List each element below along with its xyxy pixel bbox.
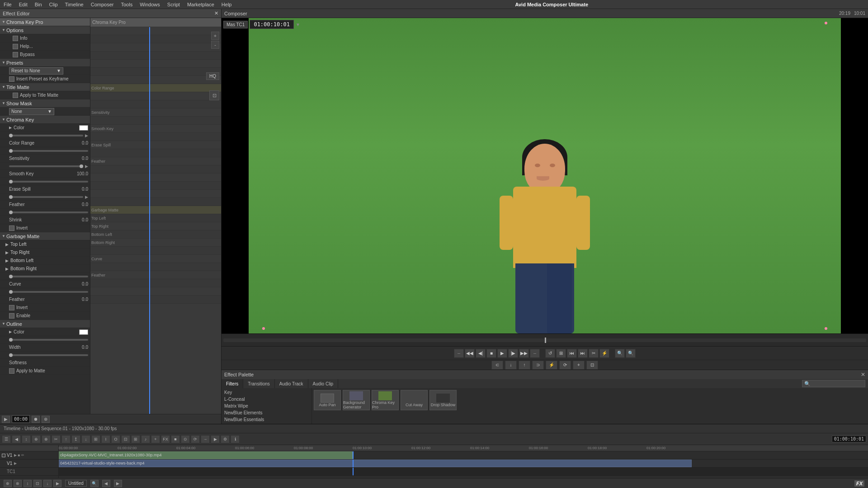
clip-v1-bg[interactable]: 045423217-virtual-studio-style-news-back… [59,460,692,467]
add-edit-btn[interactable]: + [573,361,585,370]
insert-preset-checkbox[interactable] [9,76,14,82]
tl-btn-transcode[interactable]: ⟳ [191,435,200,443]
tl-btn-settings[interactable]: ⚙ [221,435,230,443]
bottom-btn-5[interactable]: ↓ [43,480,52,487]
composer-timecode-dropdown[interactable]: ▼ [296,22,300,27]
effect-background-gen[interactable]: Background Generator [343,390,370,410]
tl-btn-overwrite[interactable]: ⊞ [91,435,100,443]
splice-in-btn[interactable]: ⊂ [491,361,503,370]
outline-section[interactable]: ▼ Outline [0,320,90,328]
tab-audio-clip[interactable]: Audio Clip [308,379,339,388]
tl-btn-source[interactable]: ⊙ [181,435,190,443]
menu-marketplace[interactable]: Marketplace [187,2,214,7]
tl-btn-extract[interactable]: ↥ [71,435,80,443]
fast-forward-btn[interactable]: ▶▶ [519,349,529,358]
composer-master-btn[interactable]: Mas TC1 [223,21,248,28]
mark-out-btn[interactable]: ⏤ [530,349,540,358]
help-checkbox[interactable] [13,44,18,49]
info-checkbox[interactable] [13,36,18,41]
untitled-btn[interactable]: Untitled [65,480,87,487]
tl-btn-mark[interactable]: I [101,435,110,443]
mark-in-btn[interactable]: ⏤ [454,349,464,358]
erase-spill-slider-track[interactable] [9,181,88,183]
show-mask-section[interactable]: ▼ Show Mask [0,99,90,108]
go-to-out-btn[interactable]: ⏭ [578,349,588,358]
play-btn[interactable]: ▶ [497,349,507,358]
zoom-out-btn[interactable]: - [211,41,219,49]
tl-btn-info[interactable]: ℹ [231,435,240,443]
chroma-key-section[interactable]: ▼ Chroma Key [0,116,90,124]
tl-btn-4[interactable]: ⊕ [32,435,41,443]
effect-editor-play-btn[interactable]: ▶ [2,416,10,423]
category-key[interactable]: Key [222,389,311,396]
bottom-btn-4[interactable]: ⊡ [33,480,42,487]
tl-btn-render[interactable]: ▶ [211,435,220,443]
trim-btn[interactable]: ✂ [589,349,599,358]
menu-tools[interactable]: Tools [121,2,132,7]
sync-btn[interactable]: ⚡ [599,349,609,358]
apply-to-title-matte-checkbox[interactable] [13,93,18,98]
zoom-in-transport-btn[interactable]: 🔍 [626,349,636,358]
bottom-next-btn[interactable]: ▶ [114,480,122,487]
composer-timecode-display[interactable]: 01:00:10:01 [250,20,293,29]
category-newblue-elements[interactable]: NewBlue Elements [222,409,311,416]
category-newblue-essentials[interactable]: NewBlue Essentials [222,416,311,423]
bottom-btn-6[interactable]: ▶ [53,480,61,487]
effect-cut-away[interactable]: Cut Away [401,390,428,410]
category-l-conceal[interactable]: L-Conceal [222,396,311,403]
color-range-slider-track[interactable] [9,135,83,136]
loop-btn[interactable]: ↺ [545,349,555,358]
fit-btn[interactable]: ⊡ [209,90,219,100]
effect-editor-close[interactable]: ✕ [214,10,218,16]
presets-section[interactable]: ▼ Presets [0,59,90,67]
hq-btn[interactable]: HQ [206,72,219,80]
menu-windows[interactable]: Windows [140,2,160,7]
invert-checkbox[interactable] [9,225,14,231]
outline-color-swatch[interactable] [79,329,88,335]
overwrite-btn[interactable]: ↓ [505,361,517,370]
menu-help[interactable]: Help [222,2,232,7]
menu-edit[interactable]: Edit [19,2,28,7]
garbage-matte-section[interactable]: ▼ Garbage Matte [0,232,90,240]
effect-palette-close[interactable]: ✕ [861,371,865,378]
bottom-left-row[interactable]: ▶ Bottom Left [0,257,90,265]
tab-transitions[interactable]: Transitions [243,379,275,388]
bottom-prev-btn[interactable]: ◀ [102,480,110,487]
enable-checkbox[interactable] [9,313,14,319]
replace-btn[interactable]: ⟳ [559,361,571,370]
smooth-key-slider-track[interactable] [9,165,83,167]
curve-slider-track[interactable] [9,276,88,277]
tab-filters[interactable]: Filters [222,379,243,388]
back-to-in-btn[interactable]: ⏮ [567,349,577,358]
extract-btn[interactable]: ⊃ [532,361,544,370]
effect-editor-record-btn[interactable]: ⏺ [32,416,40,423]
tl-btn-grid[interactable]: ⊞ [131,435,140,443]
tl-btn-2[interactable]: ◀ [12,435,21,443]
effect-drop-shadow[interactable]: Drop Shadow [429,390,457,410]
tl-btn-fx[interactable]: FX [161,435,170,443]
menu-file[interactable]: File [4,2,12,7]
bottom-search-btn[interactable]: 🔍 [90,480,99,487]
tl-btn-mark2[interactable]: O [111,435,120,443]
tl-btn-audio[interactable]: ♪ [141,435,150,443]
tl-btn-snap[interactable]: ⊡ [121,435,130,443]
feather-slider-track[interactable] [9,196,83,198]
tl-btn-add[interactable]: + [151,435,160,443]
tl-btn-export[interactable]: → [201,435,210,443]
apply-to-matte-checkbox[interactable] [9,368,14,374]
bottom-btn-2[interactable]: ⊗ [14,480,22,487]
bottom-btn-3[interactable]: ↕ [24,480,32,487]
tl-btn-cut[interactable]: ✂ [52,435,61,443]
step-forward-btn[interactable]: |▶ [508,349,518,358]
match-frame-btn[interactable]: ⊞ [556,349,566,358]
quick-trans-btn[interactable]: ⚡ [546,361,557,370]
top-left-row[interactable]: ▶ Top Left [0,240,90,249]
title-matte-section[interactable]: ▼ Title Matte [0,83,90,91]
outline-softness-slider-track[interactable] [9,354,88,356]
preset-dropdown[interactable]: Reset to None ▼ [9,67,63,75]
menu-timeline[interactable]: Timeline [65,2,84,7]
top-right-row[interactable]: ▶ Top Right [0,249,90,257]
palette-search-box[interactable]: 🔍 [802,380,865,387]
step-back-btn[interactable]: ◀| [476,349,486,358]
category-matrix-wipe[interactable]: Matrix Wipe [222,403,311,409]
